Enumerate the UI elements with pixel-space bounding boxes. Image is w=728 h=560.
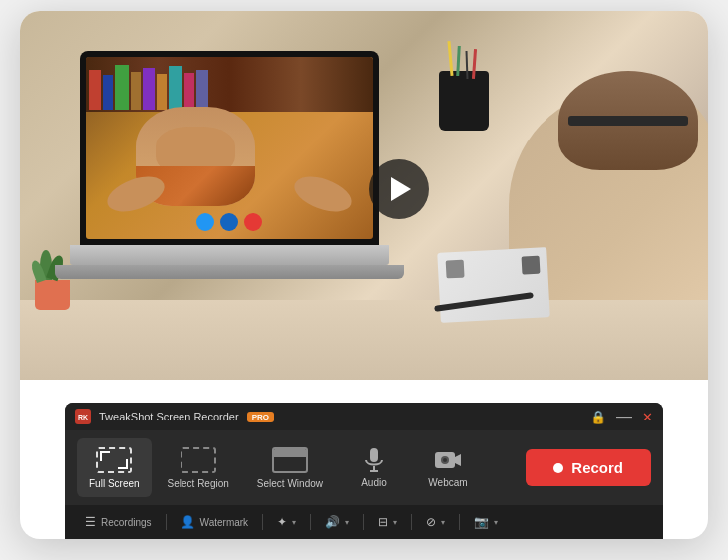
laptop-bookshelf (86, 57, 373, 112)
play-icon (391, 177, 411, 201)
lock-icon[interactable]: 🔒 (590, 410, 606, 424)
region-label: Select Region (168, 478, 229, 489)
audio-icon (358, 447, 390, 473)
sep4 (363, 514, 364, 530)
sep2 (262, 514, 263, 530)
toolbar-header: RK TweakShot Screen Recorder PRO 🔒 — ✕ (65, 403, 663, 430)
audio-arrow: ▾ (345, 518, 349, 527)
svg-point-5 (443, 458, 447, 462)
vc-btn-blue (196, 213, 214, 231)
pro-badge: PRO (247, 412, 274, 422)
camera-arrow: ▾ (494, 518, 498, 527)
mode-window[interactable]: Select Window (245, 438, 335, 497)
fullscreen-icon-graphic (96, 447, 132, 473)
notebook (437, 247, 550, 323)
pencil-cup-area (439, 71, 489, 131)
plant-pot (35, 280, 70, 310)
vc-btn-red (244, 213, 262, 231)
sep1 (166, 514, 167, 530)
camera-bottom-item[interactable]: 📷 ▾ (466, 511, 506, 533)
tweakshot-toolbar: RK TweakShot Screen Recorder PRO 🔒 — ✕ (65, 403, 663, 539)
video-controls-bar (196, 213, 262, 231)
hand-right (290, 170, 357, 219)
recordings-item[interactable]: ☰ Recordings (77, 511, 160, 533)
app-logo: RK (75, 409, 91, 424)
sep5 (411, 514, 412, 530)
export-icon: ⊟ (378, 515, 388, 529)
laptop-screen-inner (86, 57, 373, 239)
audio-out-item[interactable]: 🔊 ▾ (317, 511, 357, 533)
binder-clip2 (522, 256, 541, 275)
sep3 (310, 514, 311, 530)
photo-background (20, 11, 708, 380)
watermark-label: Watermark (200, 517, 249, 528)
mode-webcam[interactable]: Webcam (413, 439, 483, 496)
cursor-item[interactable]: ✦ ▾ (269, 511, 304, 533)
mode-region[interactable]: Select Region (156, 438, 241, 497)
toolbar-bottom-row: ☰ Recordings 👤 Watermark ✦ ▾ 🔊 ▾ (65, 505, 663, 539)
cup-body (439, 71, 489, 131)
recordings-icon: ☰ (85, 515, 96, 529)
mode-fullscreen[interactable]: Full Screen (77, 438, 152, 497)
export-arrow: ▾ (393, 518, 397, 527)
fullscreen-icon (96, 446, 132, 474)
pot-body (35, 280, 70, 310)
cursor-icon: ✦ (277, 515, 287, 529)
desk-surface (20, 300, 708, 380)
close-icon[interactable]: ✕ (642, 410, 653, 424)
recordings-label: Recordings (101, 517, 152, 528)
binder-clip1 (446, 260, 465, 279)
window-icon-graphic (272, 447, 308, 473)
vc-btn-blue2 (220, 213, 238, 231)
toolbar-main: Full Screen Select Region Select Window (65, 430, 663, 505)
record-button[interactable]: Record (526, 449, 651, 486)
screenshot-card: RK TweakShot Screen Recorder PRO 🔒 — ✕ (20, 11, 708, 539)
main-container: RK TweakShot Screen Recorder PRO 🔒 — ✕ (15, 11, 713, 549)
watermark-icon: 👤 (181, 515, 195, 529)
glasses-frame (568, 116, 688, 126)
webcam-label: Webcam (428, 477, 467, 488)
region-icon-graphic (181, 447, 216, 473)
region-icon (181, 446, 216, 474)
fullscreen-label: Full Screen (89, 478, 140, 489)
laptop-container (80, 51, 404, 279)
minimize-icon[interactable]: — (616, 409, 632, 424)
mode-audio[interactable]: Audio (339, 439, 409, 496)
watermark-item[interactable]: 👤 Watermark (173, 511, 257, 533)
export-item[interactable]: ⊟ ▾ (370, 511, 405, 533)
app-title: TweakShot Screen Recorder (99, 411, 239, 422)
record-dot-icon (553, 463, 563, 473)
speaker-icon: 🔊 (325, 515, 340, 529)
svg-marker-6 (455, 454, 461, 466)
laptop-screen-outer (80, 51, 379, 245)
webcam-icon (432, 447, 464, 473)
dnd-item[interactable]: ⊘ ▾ (418, 511, 453, 533)
sep6 (459, 514, 460, 530)
play-button[interactable] (369, 159, 429, 219)
audio-label: Audio (361, 477, 387, 488)
dnd-icon: ⊘ (426, 515, 436, 529)
window-label: Select Window (257, 478, 323, 489)
svg-rect-0 (370, 448, 378, 462)
camera-bottom-icon: 📷 (474, 515, 489, 529)
dnd-arrow: ▾ (441, 518, 445, 527)
record-label: Record (571, 459, 623, 476)
laptop-base (55, 265, 404, 279)
window-icon (272, 446, 308, 474)
header-controls: 🔒 — ✕ (590, 409, 653, 424)
cursor-arrow: ▾ (292, 518, 296, 527)
laptop-keyboard (70, 245, 389, 265)
